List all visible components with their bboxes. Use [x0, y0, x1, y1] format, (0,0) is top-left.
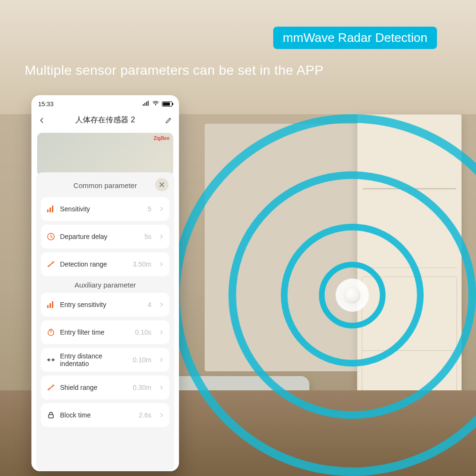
svg-rect-9 — [47, 305, 49, 308]
row-detection-range[interactable]: Detection range 3.50m — [41, 252, 169, 276]
svg-rect-2 — [146, 101, 147, 106]
row-label: Departure delay — [60, 233, 139, 240]
wifi-icon — [152, 100, 159, 108]
chevron-right-icon — [159, 233, 164, 240]
row-label: Entry distance indentatio — [60, 352, 128, 367]
lock-icon — [47, 411, 55, 419]
row-sensitivity[interactable]: Sensitivity 5 — [41, 197, 169, 221]
phone-mockup: 15:33 人体存在传感器 2 ZigBee Common parameter … — [31, 95, 179, 471]
svg-rect-5 — [47, 209, 49, 212]
status-bar: 15:33 — [31, 95, 179, 112]
settings-sheet: Common parameter Sensitivity 5 Departure… — [36, 172, 174, 471]
chevron-right-icon — [159, 384, 164, 391]
row-label: Sensitivity — [60, 205, 143, 213]
app-nav: 人体存在传感器 2 — [31, 112, 179, 130]
row-value: 0.10m — [133, 356, 151, 364]
edit-button[interactable] — [165, 117, 172, 124]
bars-icon — [47, 205, 55, 213]
chevron-right-icon — [159, 301, 164, 308]
badge-mmwave: mmWave Radar Detection — [273, 27, 437, 49]
range-icon — [47, 260, 55, 268]
chevron-right-icon — [159, 356, 164, 364]
svg-rect-13 — [49, 415, 53, 418]
svg-rect-6 — [50, 208, 51, 212]
svg-rect-0 — [143, 104, 144, 106]
chevron-right-icon — [159, 260, 164, 268]
hero-image: ZigBee — [37, 133, 173, 176]
signal-icon — [143, 100, 149, 108]
row-label: Block time — [60, 411, 134, 419]
app-title: 人体存在传感器 2 — [75, 115, 135, 125]
row-entry-filter-time[interactable]: Entry filter time 0.10s — [41, 320, 169, 344]
clock-icon — [47, 232, 55, 241]
battery-icon — [162, 101, 172, 107]
row-shield-range[interactable]: Shield range 0.30m — [41, 376, 169, 399]
back-button[interactable] — [38, 117, 46, 124]
row-value: 0.10s — [135, 328, 151, 336]
row-label: Shield range — [60, 384, 128, 391]
row-departure-delay[interactable]: Departure delay 5s — [41, 225, 169, 248]
chevron-right-icon — [159, 328, 164, 336]
svg-rect-1 — [145, 103, 146, 106]
row-value: 4 — [148, 301, 151, 308]
svg-point-4 — [155, 104, 156, 105]
section-common: Common parameter — [73, 181, 137, 189]
status-time: 15:33 — [38, 100, 54, 108]
distance-icon — [47, 356, 55, 364]
row-label: Detection range — [60, 260, 128, 268]
row-label: Entry sensitivity — [60, 301, 143, 308]
row-block-time[interactable]: Block time 2.6s — [41, 403, 169, 427]
row-value: 5s — [144, 233, 151, 240]
svg-rect-3 — [148, 100, 149, 106]
chevron-right-icon — [159, 205, 164, 213]
chevron-right-icon — [159, 411, 164, 419]
row-value: 2.6s — [139, 411, 151, 419]
svg-rect-7 — [52, 206, 53, 212]
row-value: 5 — [148, 205, 151, 213]
row-entry-distance[interactable]: Entry distance indentatio 0.10m — [41, 348, 169, 372]
headline: Multiple sensor parameters can be set in… — [25, 63, 324, 78]
svg-rect-10 — [50, 303, 51, 308]
row-label: Entry filter time — [60, 328, 130, 336]
section-aux: Auxiliary parameter — [41, 281, 169, 289]
svg-rect-11 — [52, 301, 53, 308]
row-entry-sensitivity[interactable]: Entry sensitivity 4 — [41, 293, 169, 317]
row-value: 3.50m — [133, 260, 151, 268]
zigbee-logo: ZigBee — [154, 136, 169, 141]
close-button[interactable] — [155, 178, 169, 191]
bars-icon — [47, 300, 55, 309]
shield-icon — [47, 383, 55, 392]
row-value: 0.30m — [133, 384, 151, 391]
timer-icon — [47, 328, 55, 337]
